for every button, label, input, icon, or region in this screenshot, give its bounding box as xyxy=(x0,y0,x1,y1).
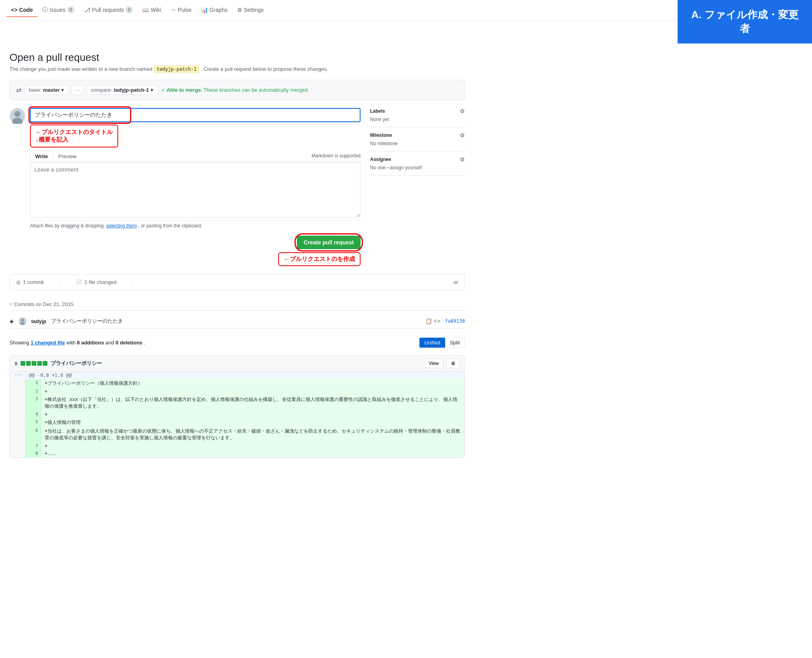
diff-line-num-new-6: 6 xyxy=(26,427,42,442)
chevron-down-icon: ▾ xyxy=(151,87,153,93)
create-pull-request-button[interactable]: Create pull request xyxy=(297,236,361,249)
stats-commits: ◎ 1 commit xyxy=(16,279,60,285)
branch-selector-row: ⇄ base: master ▾ ··· compare: tadyjp-pat… xyxy=(9,80,465,100)
branch-icon: ◈ xyxy=(9,318,14,324)
chevron-down-icon: ▾ xyxy=(61,87,64,93)
diff-line-num-new-4: 4 xyxy=(26,411,42,418)
branch-name-code: tadyjp-patch-1 xyxy=(154,65,199,73)
pr-comment-textarea[interactable] xyxy=(30,162,361,217)
view-file-button[interactable]: View xyxy=(424,359,443,368)
diff-bar-3 xyxy=(32,361,36,366)
diff-line-num-new-8: 8 xyxy=(26,450,42,457)
file-diff-header: 8 プライバシーポリシー View 🖥 xyxy=(10,355,465,372)
diff-line-num-old-6 xyxy=(10,427,26,442)
pulse-icon: ～ xyxy=(171,6,176,13)
pr-form-main: ←プルリクエストのタイトル ↓概要を記入 Write Preview Markd… xyxy=(9,108,361,266)
labels-gear-icon[interactable]: ⚙ xyxy=(460,108,465,114)
page-subtitle: The change you just made was written to … xyxy=(9,66,465,72)
preview-tab[interactable]: Preview xyxy=(53,151,81,162)
selecting-them-link[interactable]: selecting them xyxy=(106,223,137,229)
diff-line-content-6: +当社は、お客さまの個人情報を正確かつ最新の状態に保ち、個人情報への不正アクセス… xyxy=(42,427,465,442)
git-icon: ⑂ xyxy=(9,301,13,307)
attach-text: Attach files by dragging & dropping, sel… xyxy=(30,220,361,231)
diff-line-num-new-3: 3 xyxy=(26,395,42,410)
nav-item-graphs[interactable]: 📊 Graphs xyxy=(196,4,232,17)
check-icon: ✓ xyxy=(161,87,165,93)
assignee-panel-header: Assignee ⚙ xyxy=(370,156,465,163)
file-icon: 📄 xyxy=(76,279,82,285)
commits-section: ⑂ Commits on Dec 21, 2015 ◈ tadyjp プライバシ… xyxy=(9,298,465,329)
annotation-body: ↓概要を記入 xyxy=(36,136,113,144)
commit-icons: 📋 <> xyxy=(425,318,440,324)
monitor-icon-button[interactable]: 🖥 xyxy=(446,359,460,368)
compare-branch-selector[interactable]: compare: tadyjp-patch-1 ▾ xyxy=(87,85,158,95)
dots-button[interactable]: ··· xyxy=(72,85,83,95)
assignee-gear-icon[interactable]: ⚙ xyxy=(460,156,465,163)
changed-file-link[interactable]: 1 changed file xyxy=(31,340,65,346)
nav-item-pull-requests[interactable]: ⎇ Pull requests 0 xyxy=(79,3,138,17)
diff-line-content-2: + xyxy=(42,388,465,395)
nav-bar: <> Code ⓘ Issues 0 ⎇ Pull requests 0 📖 W… xyxy=(0,0,678,21)
clipboard-icon[interactable]: 📋 xyxy=(425,318,432,324)
form-with-avatar: ←プルリクエストのタイトル ↓概要を記入 Write Preview Markd… xyxy=(9,108,361,266)
diff-line-num-old-3 xyxy=(10,395,26,410)
assignee-panel: Assignee ⚙ No one—assign yourself xyxy=(370,151,465,176)
issues-icon: ⓘ xyxy=(42,6,48,13)
split-view-button[interactable]: Split xyxy=(445,338,465,348)
wiki-icon: 📖 xyxy=(142,7,149,13)
milestone-panel-header: Milestone ⚙ xyxy=(370,132,465,138)
file-diff: 8 プライバシーポリシー View 🖥 ··· @@ -0,0 +1,8 @@ xyxy=(9,355,465,458)
diff-line-content-5: +個人情報の管理 xyxy=(42,418,465,427)
labels-value: None yet xyxy=(370,117,465,122)
merge-status: ✓ Able to merge. These branches can be a… xyxy=(161,87,309,93)
commit-row: ◈ tadyjp プライバシーポリシーのたたき 📋 <> fa89138 xyxy=(9,314,465,329)
diff-line-num-old-1 xyxy=(10,379,26,388)
diff-hunk-header: @@ -0,0 +1,8 @@ xyxy=(26,372,465,379)
create-btn-row: Create pull request xyxy=(30,236,361,249)
nav-item-issues[interactable]: ⓘ Issues 0 xyxy=(38,3,79,17)
nav-item-settings[interactable]: ⚙ Settings xyxy=(232,4,269,17)
nav-item-pulse[interactable]: ～ Pulse xyxy=(166,3,196,17)
diff-line-7: 7 + xyxy=(10,442,465,450)
diff-line-num-old-5 xyxy=(10,418,26,427)
diff-line-content-1: +プライバシーポリシー（個人情報保護方針） xyxy=(42,379,465,388)
pull-request-icon: ⎇ xyxy=(84,7,91,13)
diff-line-2: 2 + xyxy=(10,388,465,395)
diff-line-num-old-2 xyxy=(10,388,26,395)
avatar xyxy=(9,108,25,124)
markdown-info: Markdown is supported xyxy=(312,151,361,162)
milestone-gear-icon[interactable]: ⚙ xyxy=(460,132,465,138)
diff-line-6: 6 +当社は、お客さまの個人情報を正確かつ最新の状態に保ち、個人情報への不正アク… xyxy=(10,427,465,442)
diff-line-content-8: +... xyxy=(42,450,465,457)
commit-icon: ◎ xyxy=(16,279,21,285)
pr-form-area: ←プルリクエストのタイトル ↓概要を記入 Write Preview Markd… xyxy=(9,108,465,266)
diff-content: ··· @@ -0,0 +1,8 @@ 1 +プライバシーポリシー（個人情報保護… xyxy=(10,372,465,458)
notice-row: Showing 1 changed file with 8 additions … xyxy=(9,335,465,350)
diff-line-1: 1 +プライバシーポリシー（個人情報保護方針） xyxy=(10,379,465,388)
nav-item-code[interactable]: <> Code xyxy=(6,4,38,17)
assignee-value: No one—assign yourself xyxy=(370,165,465,170)
diff-bar-5 xyxy=(43,361,47,366)
svg-point-1 xyxy=(14,111,20,117)
sync-icon: ⇄ xyxy=(16,86,21,94)
stats-row: ◎ 1 commit 📄 1 file changed or xyxy=(9,274,465,290)
diff-hunk-num-dots: ··· xyxy=(10,372,26,379)
diff-line-num-new-5: 5 xyxy=(26,418,42,427)
svg-point-4 xyxy=(21,319,24,322)
commit-message: プライバシーポリシーのたたき xyxy=(51,318,421,325)
diff-bar-2 xyxy=(26,361,31,366)
nav-item-wiki[interactable]: 📖 Wiki xyxy=(138,4,166,17)
browse-icon[interactable]: <> xyxy=(434,318,440,324)
commit-hash[interactable]: fa89138 xyxy=(445,318,465,324)
diff-line-num-new-2: 2 xyxy=(26,388,42,395)
write-tab[interactable]: Write xyxy=(30,151,53,162)
pr-title-input[interactable] xyxy=(30,108,361,122)
diff-line-3: 3 +株式会社 xxx（以下「当社」）は、以下のとおり個人情報保護方針を定め、個… xyxy=(10,395,465,411)
diff-line-content-7: + xyxy=(42,442,465,450)
diff-bar-1 xyxy=(21,361,25,366)
base-branch-selector[interactable]: base: master ▾ xyxy=(25,85,68,95)
diff-line-num-old-4 xyxy=(10,411,26,418)
file-change-count: 8 xyxy=(15,361,17,367)
unified-view-button[interactable]: Unified xyxy=(419,338,445,348)
write-preview-tabs: Write Preview Markdown is supported xyxy=(30,151,361,162)
